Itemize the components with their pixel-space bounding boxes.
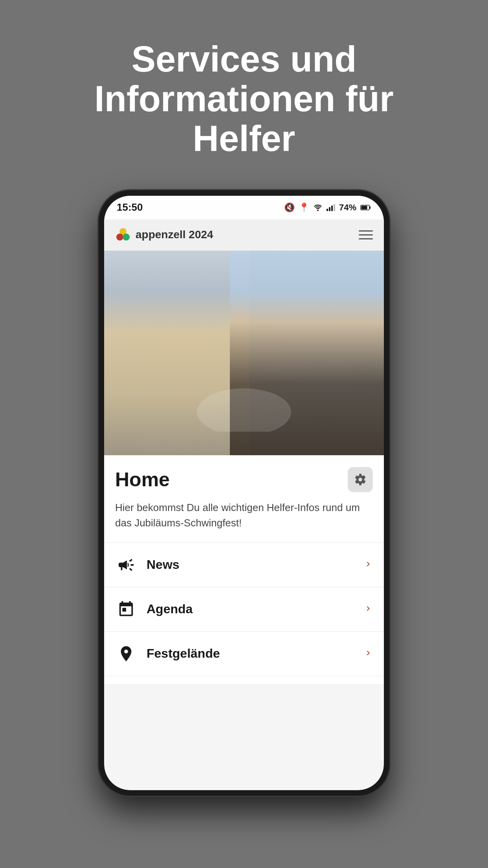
app-name: appenzell 2024 (136, 228, 213, 241)
festgelaende-chevron (363, 646, 373, 661)
svg-rect-2 (329, 207, 330, 211)
phone-screen: 15:50 🔇 📍 (104, 196, 384, 790)
agenda-chevron (363, 602, 373, 616)
svg-rect-6 (369, 206, 371, 209)
festgelaende-label: Festgelände (147, 646, 363, 661)
svg-point-9 (116, 234, 123, 241)
status-icons: 🔇 📍 (284, 202, 371, 213)
logo-icon (115, 227, 131, 243)
chevron-right-icon (363, 559, 373, 569)
news-chevron (363, 557, 373, 572)
home-description: Hier bekommst Du alle wichtigen Helfer-I… (115, 500, 373, 531)
signal-icon (327, 204, 335, 211)
phone-mockup: 15:50 🔇 📍 (99, 190, 389, 796)
hero-image (104, 251, 384, 455)
main-content: Home Hier bekommst Du alle wichtigen Hel… (104, 455, 384, 684)
festgelaende-icon (115, 643, 137, 665)
svg-rect-1 (327, 209, 328, 211)
location-status-icon: 📍 (299, 202, 309, 213)
menu-item-agenda[interactable]: Agenda (104, 587, 384, 632)
status-bar: 15:50 🔇 📍 (104, 196, 384, 219)
page-headline: Services und Informationen für Helfer (0, 0, 488, 182)
svg-point-0 (317, 210, 319, 211)
svg-rect-4 (334, 204, 335, 211)
wifi-icon (313, 204, 323, 211)
agenda-label: Agenda (147, 602, 363, 616)
svg-point-11 (197, 388, 291, 432)
menu-item-festgelaende[interactable]: Festgelände (104, 632, 384, 676)
home-title: Home (115, 468, 170, 491)
calendar-icon (117, 600, 135, 618)
app-header: appenzell 2024 (104, 219, 384, 251)
news-icon (115, 554, 137, 576)
battery-icon (360, 204, 371, 211)
location-pin-icon (117, 645, 135, 663)
phone-frame: 15:50 🔇 📍 (99, 190, 389, 796)
chevron-right-icon (363, 604, 373, 613)
settings-button[interactable] (348, 467, 373, 492)
hamburger-menu[interactable] (359, 230, 373, 239)
app-logo: appenzell 2024 (115, 227, 213, 243)
menu-item-news[interactable]: News (104, 543, 384, 587)
gear-icon (354, 473, 367, 486)
svg-rect-7 (361, 206, 367, 209)
agenda-icon (115, 598, 137, 620)
news-label: News (147, 557, 363, 572)
home-header: Home (115, 467, 373, 492)
status-time: 15:50 (117, 201, 143, 213)
mute-icon: 🔇 (284, 202, 295, 213)
menu-list: News Age (104, 543, 384, 676)
svg-point-10 (123, 234, 130, 241)
megaphone-icon (117, 556, 135, 574)
chevron-right-icon (363, 648, 373, 658)
battery-percentage: 74% (339, 202, 356, 213)
svg-rect-3 (331, 206, 333, 211)
